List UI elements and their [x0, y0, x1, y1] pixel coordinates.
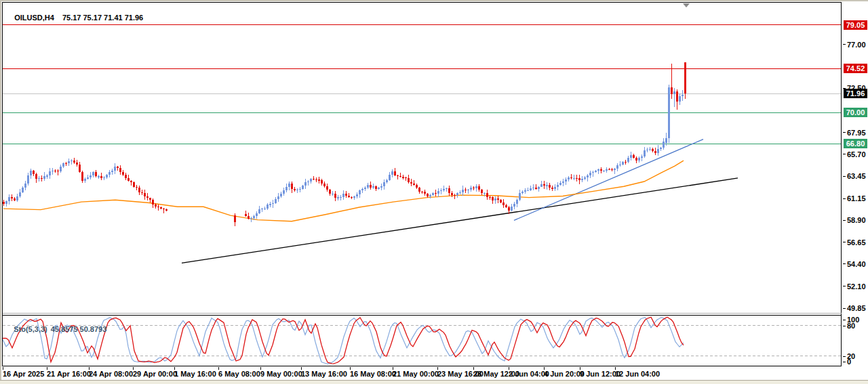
- price-axis[interactable]: 77.0072.5067.9565.7063.4561.1558.9056.65…: [843, 0, 868, 366]
- stochastic-name: Sto(5,3,3): [14, 325, 47, 333]
- time-axis-label: 29 Apr 00:00: [133, 370, 177, 378]
- price-tick: [843, 242, 846, 242]
- time-axis-label: 2 Jun 04:00: [509, 370, 549, 378]
- price-tick: [843, 132, 846, 133]
- time-axis-label: 6 May 08:00: [218, 370, 260, 378]
- stoch-scale-tick: [843, 362, 846, 362]
- last-bar-marker-icon: [683, 3, 690, 7]
- stochastic-values: 45.8575 50.8793: [51, 325, 107, 333]
- time-axis-label: 12 Jun 04:00: [615, 370, 660, 378]
- mt4-chart-window: OILUSD,H475.17 75.17 71.41 71.96 Sto(5,3…: [0, 0, 868, 384]
- price-tick: [843, 44, 846, 45]
- time-axis-label: 16 Apr 2025: [3, 370, 44, 378]
- chart-title: OILUSD,H475.17 75.17 71.41 71.96: [6, 5, 143, 30]
- stoch-scale-tick: [843, 326, 846, 326]
- time-axis-label: 1 May 16:00: [174, 370, 216, 378]
- price-tick-label: 49.85: [847, 304, 866, 312]
- main-chart-canvas[interactable]: [0, 0, 842, 367]
- price-tick-label: 63.45: [847, 172, 866, 180]
- price-tick: [843, 308, 846, 309]
- time-axis-label: 16 May 08:00: [350, 370, 396, 378]
- price-tick-label: 77.00: [847, 41, 866, 49]
- time-axis-label: 9 Jun 12:00: [580, 370, 620, 378]
- time-axis-label: 21 Apr 16:00: [47, 370, 91, 378]
- price-tick: [843, 154, 846, 154]
- price-tick-label: 52.10: [847, 282, 866, 291]
- window-bottom-edge: [0, 380, 868, 384]
- stoch-scale-tick: [843, 320, 846, 320]
- price-tick: [843, 286, 846, 286]
- time-axis-label: 4 Jun 20:00: [544, 370, 585, 378]
- time-axis-label: 13 May 16:00: [301, 370, 347, 378]
- price-tick-label: 65.70: [847, 150, 866, 158]
- price-tick: [843, 198, 846, 199]
- price-level-badge: 70.00: [844, 108, 867, 117]
- stoch-scale-tick: [843, 356, 846, 357]
- price-tick-label: 61.15: [847, 194, 866, 202]
- price-tick: [843, 263, 846, 264]
- price-tick: [843, 176, 846, 177]
- time-axis[interactable]: 16 Apr 202521 Apr 16:0024 Apr 08:0029 Ap…: [0, 367, 842, 380]
- stochastic-label: Sto(5,3,3)45.8575 50.8793: [5, 317, 106, 341]
- ohlc-readout: 75.17 75.17 71.41 71.96: [62, 14, 143, 22]
- price-level-badge: 79.05: [844, 20, 867, 30]
- time-axis-label: 9 May 00:00: [260, 370, 302, 378]
- price-tick-label: 56.65: [847, 238, 866, 247]
- price-tick: [843, 220, 846, 221]
- stoch-scale-label: 80: [847, 322, 855, 330]
- price-level-badge: 74.52: [844, 64, 867, 73]
- price-level-badge: 71.96: [844, 89, 867, 98]
- price-tick-label: 67.95: [847, 129, 866, 137]
- time-axis-label: 21 May 00:00: [393, 370, 439, 378]
- stoch-scale-label: 0: [847, 358, 851, 366]
- price-tick-label: 54.40: [847, 260, 866, 268]
- symbol-timeframe: OILUSD,H4: [14, 14, 54, 22]
- time-axis-label: 24 Apr 08:00: [89, 370, 133, 378]
- price-level-badge: 66.80: [844, 139, 867, 148]
- price-tick-label: 58.90: [847, 216, 866, 224]
